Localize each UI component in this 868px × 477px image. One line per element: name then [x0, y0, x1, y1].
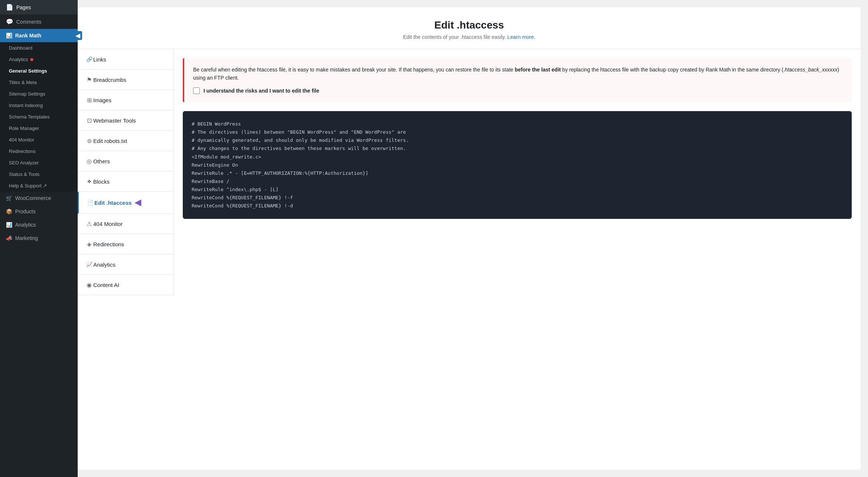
instant-indexing-label: Instant Indexing [9, 103, 43, 108]
sidebar-item-analytics2[interactable]: 📊 Analytics [0, 218, 78, 231]
page-subtitle: Edit the contents of your .htaccess file… [85, 34, 853, 40]
submenu-item-titles-meta[interactable]: Titles & Meta [0, 77, 78, 88]
sidebar-item-products[interactable]: 📦 Products [0, 205, 78, 218]
wp-admin-sidebar: 📄 Pages 💬 Comments 📊 Rank Math ◀ Dashboa… [0, 0, 78, 477]
webmaster-tools-label: Webmaster Tools [93, 117, 136, 124]
images-icon [85, 96, 93, 104]
status-tools-label: Status & Tools [9, 171, 40, 177]
learn-more-link[interactable]: Learn more [507, 34, 534, 40]
sec-sidebar-webmaster-tools[interactable]: Webmaster Tools [78, 110, 174, 131]
understand-risks-row[interactable]: I understand the risks and I want to edi… [193, 87, 843, 95]
understand-risks-checkbox[interactable] [193, 87, 200, 94]
submenu-item-404-monitor[interactable]: 404 Monitor [0, 134, 78, 146]
rank-math-icon: 📊 [6, 33, 12, 39]
links-label: Links [93, 56, 106, 63]
redirections-label: Redirections [93, 241, 124, 247]
sitemap-settings-label: Sitemap Settings [9, 91, 45, 97]
page-title: Edit .htaccess [85, 19, 853, 31]
sec-sidebar-others[interactable]: Others [78, 151, 174, 171]
sidebar-item-pages[interactable]: 📄 Pages [0, 0, 78, 14]
submenu-item-general-settings[interactable]: General Settings [0, 65, 78, 77]
warning-box: Be careful when editing the htaccess fil… [183, 58, 852, 102]
titles-meta-label: Titles & Meta [9, 80, 37, 85]
rank-math-submenu: Dashboard Analytics General Settings Tit… [0, 42, 78, 191]
sec-sidebar-analytics[interactable]: Analytics [78, 254, 174, 275]
sec-sidebar-404-monitor[interactable]: 404 Monitor [78, 214, 174, 234]
woocommerce-icon: 🛒 [6, 195, 12, 201]
main-content: Edit .htaccess Edit the contents of your… [78, 0, 868, 477]
seo-analyzer-label: SEO Analyzer [9, 160, 39, 166]
sec-analytics-icon [85, 260, 93, 268]
pages-label: Pages [16, 4, 31, 10]
redirections-icon [85, 240, 93, 248]
sidebar-item-rank-math[interactable]: 📊 Rank Math ◀ [0, 29, 78, 42]
woocommerce-label: WooCommerce [15, 195, 51, 201]
others-icon [85, 157, 93, 165]
role-manager-label: Role Manager [9, 126, 39, 131]
code-content: # BEGIN WordPress # The directives (line… [192, 120, 843, 210]
submenu-item-status-tools[interactable]: Status & Tools [0, 169, 78, 180]
404-monitor-label: 404 Monitor [9, 137, 34, 143]
marketing-label: Marketing [15, 235, 38, 241]
comments-label: Comments [16, 19, 41, 25]
sec-sidebar-content-ai[interactable]: Content AI [78, 275, 174, 295]
page-header: Edit .htaccess Edit the contents of your… [78, 7, 861, 49]
404-monitor-icon [85, 220, 93, 228]
sec-sidebar-links[interactable]: Links [78, 49, 174, 70]
webmaster-tools-icon [85, 116, 93, 124]
code-editor[interactable]: # BEGIN WordPress # The directives (line… [183, 111, 852, 219]
blocks-label: Blocks [93, 179, 110, 185]
submenu-item-role-manager[interactable]: Role Manager [0, 123, 78, 134]
marketing-icon: 📣 [6, 235, 12, 241]
sidebar-item-marketing[interactable]: 📣 Marketing [0, 231, 78, 245]
images-label: Images [93, 97, 111, 103]
submenu-item-dashboard[interactable]: Dashboard [0, 42, 78, 54]
blocks-icon [85, 177, 93, 186]
pages-icon: 📄 [6, 4, 13, 11]
rank-math-collapse-arrow[interactable]: ◀ [73, 31, 82, 40]
analytics-label: Analytics [9, 57, 28, 62]
warning-text: Be careful when editing the htaccess fil… [193, 66, 843, 82]
edit-robots-label: Edit robots.txt [93, 138, 127, 144]
schema-templates-label: Schema Templates [9, 114, 50, 120]
dashboard-label: Dashboard [9, 45, 33, 51]
sidebar-item-comments[interactable]: 💬 Comments [0, 14, 78, 29]
general-settings-label: General Settings [9, 68, 47, 74]
products-label: Products [15, 209, 36, 214]
content-layout: Links Breadcrumbs Images [78, 49, 861, 295]
right-content: Be careful when editing the htaccess fil… [174, 49, 861, 295]
redirections-label: Redirections [9, 149, 36, 154]
submenu-item-help-support[interactable]: Help & Support ↗ [0, 180, 78, 191]
rank-math-label: Rank Math [15, 33, 41, 39]
content-ai-label: Content AI [93, 282, 119, 288]
breadcrumbs-label: Breadcrumbs [93, 77, 126, 83]
others-label: Others [93, 158, 110, 164]
active-indicator-arrow: ◀ [135, 198, 141, 207]
submenu-item-instant-indexing[interactable]: Instant Indexing [0, 100, 78, 111]
breadcrumbs-icon [85, 76, 93, 84]
understand-risks-label[interactable]: I understand the risks and I want to edi… [203, 87, 319, 95]
sidebar-item-woocommerce[interactable]: 🛒 WooCommerce [0, 191, 78, 205]
sec-sidebar-breadcrumbs[interactable]: Breadcrumbs [78, 70, 174, 90]
submenu-item-redirections[interactable]: Redirections [0, 146, 78, 157]
products-icon: 📦 [6, 209, 12, 214]
submenu-item-sitemap-settings[interactable]: Sitemap Settings [0, 88, 78, 100]
links-icon [85, 55, 93, 63]
sec-sidebar-edit-robots[interactable]: Edit robots.txt [78, 131, 174, 151]
analytics-notification-dot [30, 58, 33, 61]
content-ai-icon [85, 281, 93, 289]
404-monitor-label: 404 Monitor [93, 221, 122, 227]
sec-sidebar-images[interactable]: Images [78, 90, 174, 110]
comments-icon: 💬 [6, 18, 13, 25]
sec-sidebar-edit-htaccess[interactable]: Edit .htaccess ◀ [78, 192, 174, 214]
submenu-item-analytics[interactable]: Analytics [0, 54, 78, 65]
secondary-sidebar: Links Breadcrumbs Images [78, 49, 174, 295]
submenu-item-schema-templates[interactable]: Schema Templates [0, 111, 78, 123]
sec-sidebar-blocks[interactable]: Blocks [78, 171, 174, 192]
page-wrapper: Edit .htaccess Edit the contents of your… [78, 7, 861, 470]
submenu-item-seo-analyzer[interactable]: SEO Analyzer [0, 157, 78, 169]
analytics2-label: Analytics [15, 222, 36, 228]
help-support-label: Help & Support ↗ [9, 183, 47, 189]
sec-sidebar-redirections[interactable]: Redirections [78, 234, 174, 254]
edit-htaccess-icon [86, 199, 94, 207]
